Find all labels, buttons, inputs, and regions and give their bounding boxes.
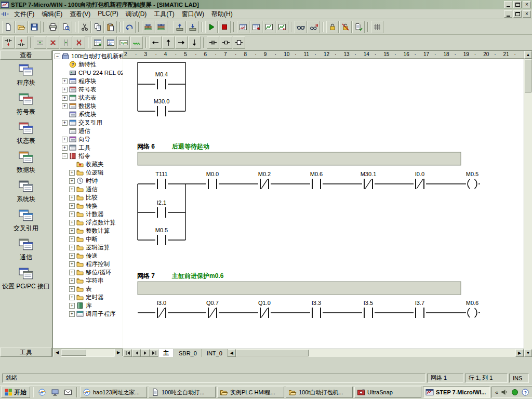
tree-row-21[interactable]: +整数计算 bbox=[53, 227, 123, 235]
tray-green-status-icon[interactable] bbox=[511, 388, 519, 396]
chart-insert-button[interactable] bbox=[250, 21, 262, 33]
tree-row-14[interactable]: +位逻辑 bbox=[53, 168, 123, 177]
expand-box[interactable]: + bbox=[69, 220, 75, 225]
chart-status-button[interactable] bbox=[237, 21, 249, 33]
ladder-canvas-area[interactable]: M0.4M30.0网络 6后退等待起动T111M0.0M0.2M0.6M30.1… bbox=[123, 59, 524, 349]
read-all-button[interactable] bbox=[352, 21, 365, 33]
print-preview-button[interactable] bbox=[60, 21, 72, 33]
expand-box[interactable]: + bbox=[69, 311, 75, 317]
vertical-scrollbar-thumb[interactable] bbox=[525, 59, 531, 92]
mdi-restore-button[interactable] bbox=[513, 10, 522, 18]
symbol-grid-button[interactable]: ab bbox=[104, 36, 117, 49]
insert-network-above-button[interactable] bbox=[15, 36, 28, 49]
view-bar-header[interactable]: 查看 bbox=[0, 50, 52, 60]
tray-volume-icon[interactable] bbox=[500, 388, 509, 396]
coil-insert-button[interactable] bbox=[220, 36, 232, 49]
taskbar-task-0[interactable]: ehao123网址之家... bbox=[80, 387, 147, 398]
tools-bar-header[interactable]: 工具 bbox=[0, 348, 52, 357]
menu-item-7[interactable]: 帮助(H) bbox=[208, 9, 236, 19]
download-button[interactable] bbox=[187, 21, 199, 33]
expand-box[interactable]: + bbox=[69, 170, 75, 176]
new-document-button[interactable] bbox=[2, 21, 15, 33]
expand-box[interactable]: + bbox=[69, 187, 75, 192]
expand-box[interactable]: + bbox=[69, 203, 75, 209]
tree-row-0[interactable]: −100t自动打包机新程序配触摸屏 bbox=[53, 52, 123, 60]
menu-item-4[interactable]: 调试(D) bbox=[122, 9, 151, 19]
menu-item-6[interactable]: 窗口(W) bbox=[178, 9, 208, 19]
tree-row-26[interactable]: +移位/循环 bbox=[53, 268, 123, 276]
taskbar-task-4[interactable]: UltraSnap bbox=[354, 387, 421, 398]
tree-row-12[interactable]: −指令 bbox=[53, 152, 123, 160]
expand-box[interactable]: + bbox=[69, 261, 75, 267]
tree-row-16[interactable]: +通信 bbox=[53, 185, 123, 193]
tree-row-27[interactable]: +字符串 bbox=[53, 276, 123, 285]
expand-box[interactable]: + bbox=[62, 120, 68, 126]
tray-chevron-button[interactable]: « bbox=[495, 389, 498, 395]
sidebar-item-1[interactable]: 符号表 bbox=[0, 92, 52, 115]
expand-box[interactable]: + bbox=[62, 137, 68, 142]
trend-pause-button[interactable] bbox=[276, 21, 288, 33]
tree-row-2[interactable]: CPU 224 REL 02.01 bbox=[53, 69, 123, 77]
tree-scrollbar-thumb[interactable] bbox=[61, 349, 86, 356]
line-down-button[interactable] bbox=[188, 36, 201, 49]
expand-box[interactable]: + bbox=[69, 178, 75, 184]
mdi-minimize-button[interactable] bbox=[504, 10, 512, 18]
taskbar-task-5[interactable]: STEP 7-Micro/WI... bbox=[423, 387, 490, 398]
expand-box[interactable]: + bbox=[69, 286, 75, 292]
line-right-button[interactable] bbox=[175, 36, 188, 49]
force-button[interactable] bbox=[326, 21, 339, 33]
compile-all-button[interactable] bbox=[155, 21, 167, 33]
sidebar-item-0[interactable]: 程序块 bbox=[0, 63, 52, 86]
line-up-button[interactable] bbox=[162, 36, 175, 49]
pou-tab-1[interactable]: SBR_0 bbox=[174, 349, 202, 357]
run-button[interactable] bbox=[205, 21, 218, 33]
program-monitor-button[interactable] bbox=[295, 21, 307, 33]
menu-item-5[interactable]: 工具(T) bbox=[150, 9, 178, 19]
sidebar-item-4[interactable]: 系统块 bbox=[0, 180, 52, 203]
tab-last-button[interactable] bbox=[150, 349, 158, 357]
pou-tab-2[interactable]: INT_0 bbox=[202, 349, 228, 357]
sidebar-item-3[interactable]: 数据块 bbox=[0, 151, 52, 174]
copy-button[interactable] bbox=[91, 21, 104, 33]
editor-horizontal-scrollbar[interactable]: ◀▶ bbox=[228, 349, 524, 357]
minimize-button[interactable] bbox=[504, 1, 512, 8]
tree-row-13[interactable]: 收藏夹 bbox=[53, 160, 123, 168]
scroll-up-button[interactable]: ▲ bbox=[524, 51, 532, 59]
expand-box[interactable]: + bbox=[69, 278, 75, 284]
expand-box[interactable]: + bbox=[69, 236, 75, 242]
tree-row-20[interactable]: +浮点数计算 bbox=[53, 218, 123, 227]
sidebar-item-2[interactable]: 状态表 bbox=[0, 122, 52, 144]
insert-network-below-button[interactable] bbox=[2, 36, 15, 49]
taskbar-task-2[interactable]: 实例PLC HMI程... bbox=[217, 387, 284, 398]
scroll-right-button[interactable]: ▶ bbox=[114, 349, 123, 356]
taskbar-task-3[interactable]: 100t自动打包机... bbox=[286, 387, 353, 398]
tray-help-blue-icon[interactable]: ? bbox=[521, 388, 529, 396]
sidebar-item-7[interactable]: 设置 PG/PC 接口 bbox=[0, 267, 52, 290]
scroll-left-button[interactable]: ◀ bbox=[53, 349, 61, 356]
mdi-child-icon[interactable] bbox=[1, 10, 9, 18]
tree-row-23[interactable]: +逻辑运算 bbox=[53, 243, 123, 251]
sidebar-item-6[interactable]: 通信 bbox=[0, 238, 52, 261]
menu-item-2[interactable]: 查看(V) bbox=[66, 9, 94, 19]
undo-button[interactable] bbox=[123, 21, 136, 33]
tree-row-1[interactable]: ?新特性 bbox=[53, 60, 123, 69]
expand-box[interactable]: + bbox=[62, 87, 68, 92]
tree-row-4[interactable]: +符号表 bbox=[53, 85, 123, 94]
tree-row-10[interactable]: +向导 bbox=[53, 135, 123, 143]
cut-button[interactable] bbox=[78, 21, 91, 33]
title-bar[interactable]: STEP 7-Micro/WIN - 100t自动打包机新程序配触摸屏 - [S… bbox=[0, 0, 532, 9]
tab-prev-button[interactable] bbox=[132, 349, 141, 357]
tree-row-24[interactable]: +传送 bbox=[53, 251, 123, 260]
menu-item-3[interactable]: PLC(P) bbox=[94, 9, 122, 19]
tree-row-9[interactable]: 通信 bbox=[53, 127, 123, 135]
tree-row-28[interactable]: +表 bbox=[53, 285, 123, 293]
tree-row-15[interactable]: +时钟 bbox=[53, 177, 123, 185]
scroll-left-button[interactable]: ◀ bbox=[228, 349, 236, 357]
tree-row-11[interactable]: +工具 bbox=[53, 143, 123, 152]
ladder-diagram[interactable]: M0.4M30.0网络 6后退等待起动T111M0.0M0.2M0.6M30.1… bbox=[123, 59, 524, 349]
save-project-button[interactable] bbox=[28, 21, 41, 33]
box-insert-button[interactable] bbox=[233, 36, 245, 49]
open-project-button[interactable] bbox=[15, 21, 28, 33]
tree-row-19[interactable]: +计数器 bbox=[53, 210, 123, 218]
pou-tab-0[interactable]: 主 bbox=[158, 349, 174, 357]
